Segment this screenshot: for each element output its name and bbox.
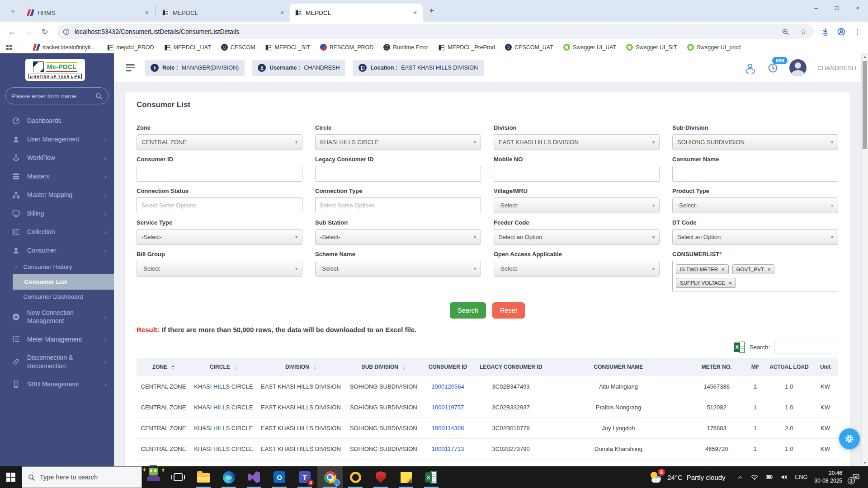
- consumerlist-multiselect[interactable]: IS TWO METER× GOVT_PVT× SUPPLY VOLTAGE×: [672, 261, 838, 291]
- forward-button[interactable]: →: [21, 24, 36, 39]
- downloads-icon[interactable]: [818, 25, 832, 38]
- language-indicator[interactable]: ENG: [795, 474, 808, 480]
- bookmark-item[interactable]: MEPDCL_SIT: [265, 44, 311, 51]
- open-access-select[interactable]: -Select-▾: [494, 261, 660, 277]
- excel-export-icon[interactable]: X: [734, 341, 745, 353]
- circle-select[interactable]: KHASI HILLS CIRCLE▾: [315, 134, 481, 150]
- tab-close-icon[interactable]: ×: [143, 9, 151, 17]
- taskbar-excel[interactable]: X: [419, 466, 444, 488]
- search-highlight-character-icon[interactable]: [142, 466, 165, 488]
- sidebar-item-masters[interactable]: Masters ›: [0, 167, 114, 186]
- taskbar-visual-studio[interactable]: [241, 466, 267, 488]
- bookmark-star-icon[interactable]: ☆: [797, 25, 810, 38]
- column-header-legacy-consumer-id[interactable]: LEGACY CONSUMER ID: [473, 358, 548, 376]
- back-button[interactable]: ←: [5, 24, 20, 39]
- product-type-select[interactable]: -Select-▾: [672, 197, 838, 213]
- reload-button[interactable]: ↻: [37, 24, 52, 39]
- column-header-division[interactable]: DIVISION▲▼: [257, 358, 345, 376]
- feeder-code-select[interactable]: Select an Option▾: [494, 229, 660, 245]
- bill-group-select[interactable]: -Select-▾: [137, 261, 302, 277]
- address-bar[interactable]: localhost:53432/ConsumerListDetails/Cons…: [57, 24, 814, 39]
- sidebar-item-consumer[interactable]: Consumer ›: [0, 241, 114, 260]
- legacy-consumer-id-input[interactable]: [315, 166, 481, 182]
- column-header-zone[interactable]: ZONE▲▼: [137, 358, 190, 376]
- bookmark-item[interactable]: MEPDCL_UAT: [164, 44, 211, 51]
- taskbar-outlook[interactable]: O: [267, 466, 292, 488]
- start-button[interactable]: [0, 466, 22, 488]
- switch-user-icon[interactable]: [744, 62, 756, 74]
- column-header-mf[interactable]: MF: [745, 358, 766, 376]
- consumer-id-link[interactable]: 1000119757: [432, 404, 464, 411]
- sidebar-item-consumer-dashboard[interactable]: – Consumer Dashboard: [0, 290, 114, 304]
- column-header-unit[interactable]: Unit: [812, 358, 838, 376]
- bookmark-item[interactable]: Swagger UI_prod: [687, 44, 741, 51]
- bookmark-item[interactable]: Swagger UI_UAT: [563, 44, 616, 51]
- sidebar-item-workflow[interactable]: WorkFlow ›: [0, 149, 114, 167]
- url-text[interactable]: localhost:53432/ConsumerListDetails/Cons…: [75, 28, 774, 35]
- browser-menu-icon[interactable]: ⋮: [851, 27, 863, 37]
- column-header-sub-division[interactable]: SUB DIVISION▲▼: [345, 358, 422, 376]
- session-timer[interactable]: 896: [767, 62, 778, 74]
- zone-select[interactable]: CENTRAL ZONE▾: [137, 134, 302, 150]
- tab-mepdcl-2-active[interactable]: MEPDCL ×: [290, 4, 423, 22]
- action-center-button[interactable]: 1: [849, 470, 863, 484]
- apps-grid-icon[interactable]: [6, 45, 12, 50]
- column-header-meter-no[interactable]: METER NO.: [689, 358, 745, 376]
- taskbar-edge[interactable]: [216, 466, 241, 488]
- tab-close-icon[interactable]: ×: [411, 9, 419, 17]
- sub-station-select[interactable]: -Select-▾: [315, 229, 481, 245]
- bookmark-item[interactable]: Runtime Error: [383, 44, 428, 51]
- taskbar-clock[interactable]: 20:46 30-08-2025: [815, 469, 842, 485]
- taskbar-file-explorer[interactable]: [191, 466, 216, 488]
- weather-widget[interactable]: 8 24°C Partly cloudy: [650, 471, 725, 483]
- table-search-input[interactable]: [774, 341, 838, 353]
- taskbar-chrome[interactable]: [317, 466, 343, 488]
- bookmark-item[interactable]: Swagger UI_SIT: [626, 44, 677, 51]
- sidebar-item-disconnection-reconnection[interactable]: Disconnection & Reconnection ›: [0, 348, 114, 375]
- zoom-out-icon[interactable]: [778, 25, 792, 38]
- bookmark-item[interactable]: CESCOM: [221, 44, 255, 51]
- remove-tag-icon[interactable]: ×: [729, 280, 731, 286]
- bookmark-item[interactable]: tracker.ideainfinityit....: [33, 44, 97, 51]
- new-tab-button[interactable]: +: [425, 5, 438, 17]
- tab-close-icon[interactable]: ×: [278, 9, 286, 17]
- bookmark-item[interactable]: MEPDCL_PreProd: [438, 44, 495, 51]
- taskbar-teams[interactable]: T 4: [292, 466, 317, 488]
- task-view-button[interactable]: [165, 466, 191, 488]
- sidebar-item-collection[interactable]: Collection ›: [0, 223, 114, 241]
- tray-chevron-up-icon[interactable]: [737, 474, 744, 481]
- taskbar-search[interactable]: Type here to search: [22, 466, 142, 488]
- window-minimize-button[interactable]: –: [806, 0, 826, 15]
- scroll-down-icon[interactable]: ▼: [862, 460, 868, 466]
- column-header-circle[interactable]: CIRCLE▲▼: [190, 358, 257, 376]
- speaker-icon[interactable]: [780, 473, 788, 481]
- sidebar-item-user-management[interactable]: User Management ›: [0, 130, 114, 149]
- site-info-icon[interactable]: [62, 28, 70, 36]
- column-header-consumer-name[interactable]: CONSUMER NAME: [548, 358, 689, 376]
- village-mru-select[interactable]: -Select-▾: [494, 197, 660, 213]
- sidebar-item-new-connection-management[interactable]: New Connection Management ›: [0, 304, 114, 330]
- sidebar-search[interactable]: [5, 87, 108, 104]
- sidebar-item-sbd-management[interactable]: SBD Management ›: [0, 375, 114, 394]
- scroll-up-icon[interactable]: ▲: [862, 53, 868, 60]
- consumer-name-input[interactable]: [672, 166, 838, 182]
- column-header-actual-load[interactable]: ACTUAL LOAD: [766, 358, 812, 376]
- sidebar-toggle-icon[interactable]: [126, 64, 135, 71]
- bookmark-item[interactable]: BESCOM_PROD: [320, 44, 373, 51]
- division-select[interactable]: EAST KHASI HILLS DIVISION▾: [494, 134, 660, 150]
- sidebar-search-input[interactable]: [11, 93, 91, 99]
- remove-tag-icon[interactable]: ×: [768, 267, 770, 272]
- connection-type-multiselect[interactable]: [315, 197, 481, 213]
- connection-status-multiselect[interactable]: [137, 197, 302, 213]
- sidebar-item-meter-management[interactable]: Meter Management ›: [0, 330, 114, 348]
- sidebar-item-dashboards[interactable]: Dashboards: [0, 112, 114, 130]
- sidebar-item-consumer-history[interactable]: – Consumer History: [0, 260, 114, 274]
- mobile-no-input[interactable]: [494, 166, 660, 182]
- consumer-id-link[interactable]: 1000117713: [432, 446, 464, 452]
- sidebar-item-master-mapping[interactable]: Master Mapping ›: [0, 186, 114, 204]
- search-button[interactable]: Search: [450, 302, 486, 319]
- profile-icon[interactable]: [835, 25, 848, 38]
- reset-button[interactable]: Reset: [492, 302, 525, 319]
- tab-hrms[interactable]: HRMS ×: [22, 4, 155, 22]
- consumer-id-link[interactable]: 1000114308: [432, 425, 464, 432]
